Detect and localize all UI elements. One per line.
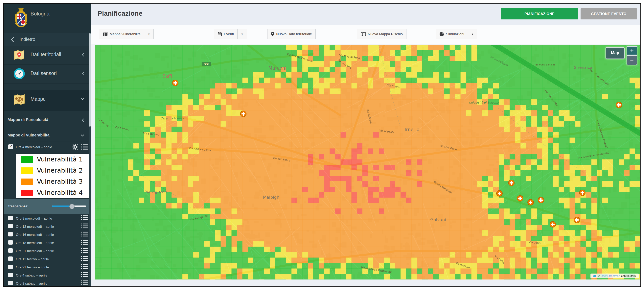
dropdown-caret[interactable]: ▼ — [468, 29, 477, 39]
layer-list-icon[interactable] — [81, 214, 88, 222]
active-layer-checkbox[interactable] — [8, 144, 13, 149]
poi-marker-icon[interactable] — [616, 102, 622, 108]
gear-icon[interactable] — [72, 144, 78, 150]
layer-row[interactable]: Ore 8 sabato – aprile — [4, 279, 91, 286]
layer-list-icon[interactable] — [81, 231, 88, 238]
app-window: Bologna Indietro Dati territoriali Dati … — [3, 3, 641, 287]
layer-row[interactable]: Ore 12 mercoledì – aprile — [4, 222, 91, 230]
layer-list: Ore 8 mercoledì – aprile Ore 12 mercoled… — [4, 214, 91, 286]
layer-list-icon[interactable] — [81, 255, 88, 262]
osm-logo-icon — [593, 274, 597, 277]
layer-list-icon[interactable] — [81, 280, 88, 286]
layer-row[interactable]: Ore 21 mercoledì – aprile — [4, 247, 91, 255]
map-label: Marconi — [268, 66, 286, 70]
layer-label: Ore 12 festivo – aprile — [16, 257, 49, 261]
dropdown-caret[interactable]: ▼ — [238, 29, 247, 39]
layer-row[interactable]: Ore 18 mercoledì – aprile — [4, 239, 91, 247]
transparency-panel: trasparenza: — [4, 199, 91, 214]
active-layer-row[interactable]: Ore 4 mercoledì – aprile — [4, 141, 91, 154]
open-map-icon — [361, 32, 368, 36]
toolbar-button-simulazioni[interactable]: Simulazioni — [436, 29, 468, 39]
sidebar-scrollbar-thumb[interactable] — [89, 33, 91, 126]
sidebar: Bologna Indietro Dati territoriali Dati … — [4, 4, 91, 286]
transparency-slider[interactable] — [52, 206, 86, 207]
layer-checkbox[interactable] — [8, 224, 13, 228]
back-label: Indietro — [20, 36, 35, 42]
slider-fill — [52, 206, 72, 207]
map-label: Irnerio — [405, 127, 419, 132]
layer-list-icon[interactable] — [81, 247, 88, 254]
vulnerability-legend: Vulnerabilità 1 Vulnerabilità 2 Vulnerab… — [16, 154, 91, 198]
active-layer-icons — [72, 144, 88, 150]
layer-row[interactable]: Ore 12 festivo – aprile — [4, 255, 91, 263]
layer-checkbox[interactable] — [8, 273, 13, 277]
toolbar-button-mappe-vulnerabilità[interactable]: Mappe vulnerabilità — [99, 29, 144, 39]
layer-checkbox[interactable] — [8, 256, 13, 261]
active-layer-label: Ore 4 mercoledì – aprile — [16, 145, 52, 149]
toolbar-button-label: Eventi — [224, 32, 234, 36]
city-name: Bologna — [30, 11, 49, 17]
sidebar-header: Bologna — [4, 4, 91, 33]
poi-marker-icon[interactable] — [579, 190, 586, 196]
legend-swatch — [20, 178, 33, 185]
poi-marker-icon[interactable] — [528, 199, 534, 206]
layer-checkbox[interactable] — [8, 264, 13, 269]
layer-checkbox[interactable] — [8, 281, 13, 285]
layer-label: Ore 21 mercoledì – aprile — [16, 249, 54, 253]
chevron-down-icon — [80, 134, 84, 138]
layer-list-icon[interactable] — [81, 239, 88, 246]
sidebar-scrollbar[interactable] — [89, 33, 91, 286]
poi-marker-icon[interactable] — [517, 195, 523, 202]
gestione-evento-button[interactable]: GESTIONE EVENTO — [580, 8, 637, 20]
nav-item-label: Dati sensori — [30, 70, 57, 76]
poi-marker-icon[interactable] — [172, 80, 178, 86]
layer-list-icon[interactable] — [81, 144, 88, 150]
sidebar-item-dati-sensori[interactable]: Dati sensori — [4, 64, 91, 84]
poi-marker-icon[interactable] — [508, 180, 514, 186]
poi-marker-icon[interactable] — [538, 197, 544, 203]
poi-marker-icon[interactable] — [496, 190, 503, 196]
bottom-strip — [91, 280, 640, 286]
zoom-in-button[interactable]: + — [626, 46, 637, 55]
layer-checkbox[interactable] — [8, 240, 13, 244]
dropdown-caret[interactable]: ▼ — [144, 29, 154, 39]
sidebar-item-dati-territoriali[interactable]: Dati territoriali — [4, 46, 91, 65]
territorial-map-icon — [13, 49, 26, 61]
legend-label: Vulnerabilità 2 — [37, 166, 83, 174]
pianificazione-button[interactable]: PIANIFICAZIONE — [501, 8, 578, 20]
legend-entry: Vulnerabilità 1 — [16, 154, 91, 165]
sidebar-back-button[interactable]: Indietro — [4, 33, 91, 46]
layer-row[interactable]: Ore 4 sabato – aprile — [4, 271, 91, 279]
osm-link[interactable]: OpenStreetMap — [600, 274, 620, 278]
map-style-button[interactable]: Map — [606, 47, 624, 59]
section-mappe-di-vulnerabilità[interactable]: Mappe di Vulnerabilità — [4, 130, 91, 142]
toolbar-button-nuova-mappa-rischio[interactable]: Nuova Mappa Rischio — [357, 29, 406, 39]
layer-row[interactable]: Ore 8 mercoledì – aprile — [4, 214, 91, 222]
layer-checkbox[interactable] — [8, 232, 13, 236]
layer-list-icon[interactable] — [81, 272, 88, 279]
layer-checkbox[interactable] — [8, 248, 13, 253]
map-label: Girenaica — [574, 65, 592, 70]
layer-checkbox[interactable] — [8, 216, 13, 220]
zoom-out-button[interactable]: − — [626, 55, 637, 65]
sidebar-item-mappe[interactable]: Mappe — [4, 90, 91, 111]
map-label: Malpighi — [263, 195, 280, 200]
poi-marker-icon[interactable] — [240, 111, 246, 117]
poi-marker-icon[interactable] — [574, 217, 580, 223]
layer-row[interactable]: Ore 16 mercoledì – aprile — [4, 230, 91, 239]
toolbar-button-eventi[interactable]: Eventi — [214, 29, 238, 39]
layer-list-icon[interactable] — [81, 223, 88, 230]
slider-knob[interactable] — [70, 204, 74, 209]
legend-label: Vulnerabilità 3 — [37, 178, 83, 185]
road-shield-ss9: SS9 — [202, 62, 211, 66]
map-label: Bologna Zanolini — [535, 63, 555, 66]
section-mappe-di-pericolosità[interactable]: Mappe di Pericolosità — [4, 115, 91, 126]
map-book-icon — [103, 32, 110, 36]
layer-label: Ore 8 mercoledì – aprile — [16, 216, 52, 220]
poi-marker-icon[interactable] — [550, 221, 556, 228]
layer-label: Ore 18 mercoledì – aprile — [16, 241, 54, 245]
layer-row[interactable]: Ore 21 festivo – aprile — [4, 263, 91, 271]
map-viewport[interactable]: SaffiMarconiIrnerioSaragozzaMalpighiGalv… — [95, 45, 640, 280]
toolbar-button-nuovo-dato-territoriale[interactable]: Nuovo Dato territoriale — [267, 29, 316, 39]
layer-list-icon[interactable] — [81, 264, 88, 270]
